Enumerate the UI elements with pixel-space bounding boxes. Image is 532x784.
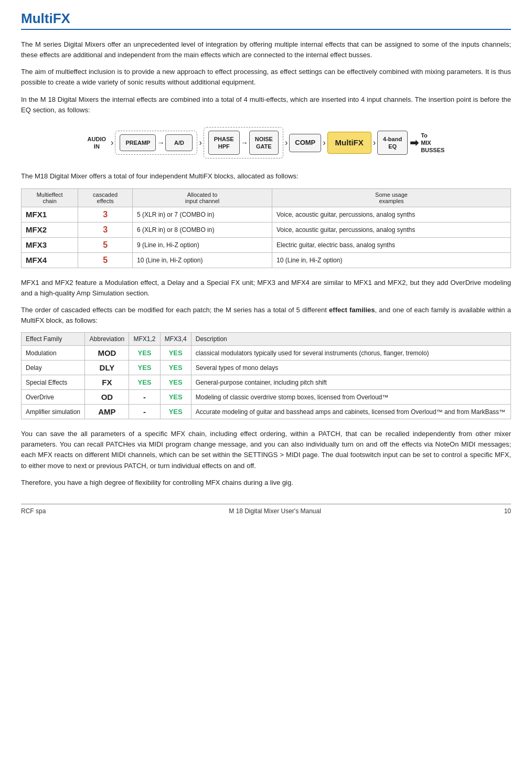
effect-abbr-cell: MOD <box>85 346 129 361</box>
mfx-usage-cell: Electric guitar, electric bass, analog s… <box>272 237 511 252</box>
mfx-effects-cell: 5 <box>78 237 133 252</box>
effect-mfx34-cell: YES <box>160 346 191 361</box>
effect-desc-cell: classical modulators typically used for … <box>191 346 510 361</box>
effect-mfx34-cell: YES <box>160 375 191 390</box>
eq-box: 4-bandEQ <box>377 131 408 155</box>
intro-paragraph-1: The M series Digital Mixers offer an unp… <box>21 39 511 60</box>
preamp-box: PREAMP <box>120 134 156 151</box>
mfx-col-channel: Allocated toinput channel <box>133 188 272 207</box>
effect-abbr-cell: AMP <box>85 405 129 419</box>
mfx-table-row: MFX3 5 9 (Line in, Hi-Z option) Electric… <box>22 237 511 252</box>
effect-table-row: Special Effects FX YES YES General-purpo… <box>22 375 511 390</box>
paragraph-effect-families: The order of cascaded effects can be mod… <box>21 305 511 326</box>
effect-table: Effect Family Abbreviation MFX1,2 MFX3,4… <box>21 332 511 419</box>
mfx-col-effects: cascadedeffects <box>78 188 133 207</box>
mfx-channel-cell: 5 (XLR in) or 7 (COMBO in) <box>133 207 272 222</box>
arrow-5: › <box>285 138 288 147</box>
arrow-1: › <box>111 138 113 147</box>
mfx-chain-cell: MFX3 <box>22 237 78 252</box>
arrow-6: › <box>323 138 325 147</box>
arrow-8: ➡ <box>410 136 419 149</box>
mfx-channel-cell: 10 (Line in, Hi-Z option) <box>133 252 272 268</box>
mfx-usage-cell: Voice, acoustic guitar, percussions, ana… <box>272 222 511 237</box>
comp-box: COMP <box>289 134 321 152</box>
audio-in-label: AUDIOIN <box>88 135 106 151</box>
mfx-chain-cell: MFX2 <box>22 222 78 237</box>
effect-family-cell: Delay <box>22 361 85 375</box>
mfx-channel-cell: 9 (Line in, Hi-Z option) <box>133 237 272 252</box>
footer-company: RCF spa <box>21 507 46 515</box>
signal-flow-diagram: AUDIOIN › PREAMP → A/D › PHASEHPF → NOIS… <box>21 127 511 159</box>
preamp-ad-box: PREAMP → A/D <box>115 131 197 155</box>
effect-col-family: Effect Family <box>22 333 85 346</box>
effect-mfx34-cell: YES <box>160 405 191 419</box>
effect-desc-cell: Accurate modeling of guitar and basshead… <box>191 405 510 419</box>
effect-col-abbr: Abbreviation <box>85 333 129 346</box>
phase-hpf-box: PHASEHPF <box>208 131 240 155</box>
mfx-usage-cell: 10 (Line in, Hi-Z option) <box>272 252 511 268</box>
phase-noise-box: PHASEHPF → NOISEGATE <box>204 127 283 159</box>
footer-page: 10 <box>504 507 511 515</box>
effect-mfx12-cell: - <box>129 405 160 419</box>
effect-mfx12-cell: YES <box>129 361 160 375</box>
noise-gate-box: NOISEGATE <box>249 131 279 155</box>
mfx-col-usage: Some usageexamples <box>272 188 511 207</box>
effect-col-desc: Description <box>191 333 510 346</box>
effect-desc-cell: General-purpose container, including pit… <box>191 375 510 390</box>
ad-box: A/D <box>165 134 193 151</box>
effect-table-row: OverDrive OD - YES Modeling of classic o… <box>22 390 511 405</box>
effect-desc-cell: Several types of mono delays <box>191 361 510 375</box>
footer: RCF spa M 18 Digital Mixer User's Manual… <box>21 504 511 515</box>
paragraph-mfx12: MFX1 and MFX2 feature a Modulation effec… <box>21 278 511 299</box>
mfx-table: Multieffectchain cascadedeffects Allocat… <box>21 188 511 268</box>
effect-table-header: Effect Family Abbreviation MFX1,2 MFX3,4… <box>22 333 511 346</box>
effect-table-body: Modulation MOD YES YES classical modulat… <box>22 346 511 419</box>
arrow-4: → <box>241 139 248 147</box>
intro-paragraph-2: The aim of multieffect inclusion is to p… <box>21 67 511 88</box>
arrow-7: › <box>373 138 376 147</box>
mfx-table-body: MFX1 3 5 (XLR in) or 7 (COMBO in) Voice,… <box>22 207 511 268</box>
effect-col-mfx34: MFX3,4 <box>160 333 191 346</box>
effect-family-cell: Modulation <box>22 346 85 361</box>
paragraph-patch: You can save the all parameters of a spe… <box>21 429 511 471</box>
mfx-chain-cell: MFX4 <box>22 252 78 268</box>
arrow-3: › <box>199 138 201 147</box>
effect-abbr-cell: OD <box>85 390 129 405</box>
effect-mfx12-cell: YES <box>129 375 160 390</box>
effect-family-cell: OverDrive <box>22 390 85 405</box>
after-flow-paragraph: The M18 Digital Mixer offers a total of … <box>21 171 511 182</box>
mfx-effects-cell: 3 <box>78 222 133 237</box>
effect-mfx12-cell: - <box>129 390 160 405</box>
multifx-box: MultiFX <box>327 132 371 154</box>
effect-table-row: Modulation MOD YES YES classical modulat… <box>22 346 511 361</box>
page-title: MultiFX <box>21 10 511 30</box>
paragraph-flexibility: Therefore, you have a high degree of fle… <box>21 478 511 488</box>
mfx-table-row: MFX1 3 5 (XLR in) or 7 (COMBO in) Voice,… <box>22 207 511 222</box>
mfx-usage-cell: Voice, acoustic guitar, percussions, ana… <box>272 207 511 222</box>
effect-desc-cell: Modeling of classic overdrive stomp boxe… <box>191 390 510 405</box>
mfx-col-chain: Multieffectchain <box>22 188 78 207</box>
mfx-table-row: MFX2 3 6 (XLR in) or 8 (COMBO in) Voice,… <box>22 222 511 237</box>
mfx-effects-cell: 5 <box>78 252 133 268</box>
effect-family-cell: Special Effects <box>22 375 85 390</box>
mfx-channel-cell: 6 (XLR in) or 8 (COMBO in) <box>133 222 272 237</box>
effect-table-row: Amplifier simulation AMP - YES Accurate … <box>22 405 511 419</box>
effect-col-mfx12: MFX1,2 <box>129 333 160 346</box>
to-mix-busses-label: ToMIXBUSSES <box>421 132 444 154</box>
mfx-table-header: Multieffectchain cascadedeffects Allocat… <box>22 188 511 207</box>
effect-abbr-cell: DLY <box>85 361 129 375</box>
effect-family-cell: Amplifier simulation <box>22 405 85 419</box>
effect-table-row: Delay DLY YES YES Several types of mono … <box>22 361 511 375</box>
intro-paragraph-3: In the M 18 Digital Mixers the internal … <box>21 94 511 115</box>
arrow-2: → <box>157 139 164 147</box>
mfx-effects-cell: 3 <box>78 207 133 222</box>
footer-manual-title: M 18 Digital Mixer User's Manual <box>229 507 321 515</box>
effect-abbr-cell: FX <box>85 375 129 390</box>
effect-mfx34-cell: YES <box>160 361 191 375</box>
mfx-table-row: MFX4 5 10 (Line in, Hi-Z option) 10 (Lin… <box>22 252 511 268</box>
effect-mfx34-cell: YES <box>160 390 191 405</box>
effect-mfx12-cell: YES <box>129 346 160 361</box>
mfx-chain-cell: MFX1 <box>22 207 78 222</box>
